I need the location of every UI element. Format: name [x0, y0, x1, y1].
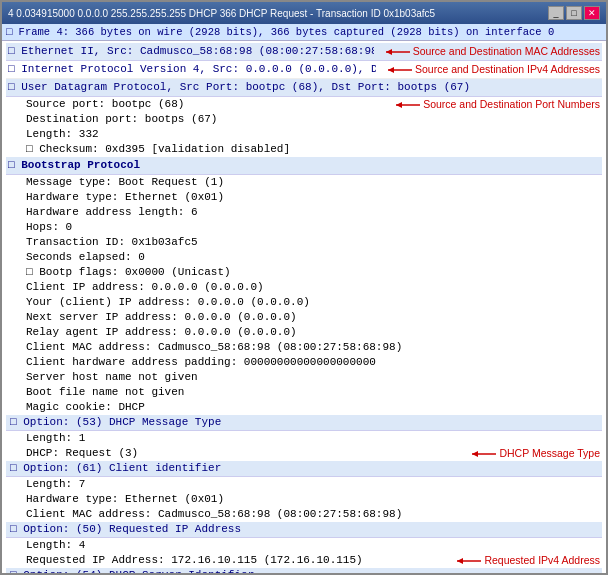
svg-marker-7	[472, 451, 478, 457]
opt50-header[interactable]: □ Option: (50) Requested IP Address	[6, 522, 602, 538]
boot-file: Boot file name not given	[6, 385, 602, 400]
udp-dst-port: Destination port: bootps (67)	[6, 112, 602, 127]
window-title: 4 0.034915000 0.0.0.0 255.255.255.255 DH…	[8, 8, 435, 19]
opt61-hwtype: Hardware type: Ethernet (0x01)	[6, 492, 602, 507]
ip-section-header[interactable]: □ Internet Protocol Version 4, Src: 0.0.…	[6, 61, 602, 79]
bootp-flags: □ Bootp flags: 0x0000 (Unicast)	[6, 265, 602, 280]
udp-length: Length: 332	[6, 127, 602, 142]
bootp-section-header[interactable]: □ Bootstrap Protocol	[6, 157, 602, 175]
ipv4-annotation: Source and Destination IPv4 Addresses	[384, 62, 600, 77]
bootp-label: □ Bootstrap Protocol	[8, 159, 140, 171]
frame-info-bar: □ Frame 4: 366 bytes on wire (2928 bits)…	[2, 24, 606, 41]
your-ip: Your (client) IP address: 0.0.0.0 (0.0.0…	[6, 295, 602, 310]
udp-section-header[interactable]: □ User Datagram Protocol, Src Port: boot…	[6, 79, 602, 97]
udp-src-port: Source port: bootpc (68) Source and Dest…	[6, 97, 602, 112]
ip-label: □ Internet Protocol Version 4, Src: 0.0.…	[8, 62, 376, 77]
opt61-header[interactable]: □ Option: (61) Client identifier	[6, 461, 602, 477]
hw-addr-len: Hardware address length: 6	[6, 205, 602, 220]
udp-checksum: □ Checksum: 0xd395 [validation disabled]	[6, 142, 602, 157]
svg-marker-1	[386, 49, 392, 55]
content-area: □ Frame 4: 366 bytes on wire (2928 bits)…	[2, 24, 606, 573]
requested-ip-annotation: Requested IPv4 Address	[453, 553, 600, 568]
close-button[interactable]: ✕	[584, 6, 600, 20]
msg-type: Message type: Boot Request (1)	[6, 175, 602, 190]
packet-tree[interactable]: □ Ethernet II, Src: Cadmusco_58:68:98 (0…	[2, 41, 606, 573]
opt61-mac: Client MAC address: Cadmusco_58:68:98 (0…	[6, 507, 602, 522]
opt61-length: Length: 7	[6, 477, 602, 492]
window-controls: _ □ ✕	[548, 6, 600, 20]
magic-cookie: Magic cookie: DHCP	[6, 400, 602, 415]
main-window: 4 0.034915000 0.0.0.0 255.255.255.255 DH…	[0, 0, 608, 575]
opt53-label: □ Option: (53) DHCP Message Type	[10, 416, 221, 428]
relay-agent-ip: Relay agent IP address: 0.0.0.0 (0.0.0.0…	[6, 325, 602, 340]
next-server-ip: Next server IP address: 0.0.0.0 (0.0.0.0…	[6, 310, 602, 325]
opt53-value-row: DHCP: Request (3) DHCP Message Type	[6, 446, 602, 461]
hops: Hops: 0	[6, 220, 602, 235]
maximize-button[interactable]: □	[566, 6, 582, 20]
opt54-label: □ Option: (54) DHCP Server Identifier	[10, 569, 254, 573]
title-bar: 4 0.034915000 0.0.0.0 255.255.255.255 DH…	[2, 2, 606, 24]
opt50-label: □ Option: (50) Requested IP Address	[10, 523, 241, 535]
server-hostname: Server host name not given	[6, 370, 602, 385]
opt54-header[interactable]: □ Option: (54) DHCP Server Identifier	[6, 568, 602, 573]
mac-annotation: Source and Destination MAC Addresses	[382, 44, 600, 59]
client-mac: Client MAC address: Cadmusco_58:68:98 (0…	[6, 340, 602, 355]
client-ip: Client IP address: 0.0.0.0 (0.0.0.0)	[6, 280, 602, 295]
seconds: Seconds elapsed: 0	[6, 250, 602, 265]
minimize-button[interactable]: _	[548, 6, 564, 20]
opt50-length: Length: 4	[6, 538, 602, 553]
frame-info-text: □ Frame 4: 366 bytes on wire (2928 bits)…	[6, 26, 554, 38]
udp-label: □ User Datagram Protocol, Src Port: boot…	[8, 80, 600, 95]
ethernet-section-header[interactable]: □ Ethernet II, Src: Cadmusco_58:68:98 (0…	[6, 43, 602, 61]
ports-annotation: Source and Destination Port Numbers	[392, 97, 600, 112]
hw-type: Hardware type: Ethernet (0x01)	[6, 190, 602, 205]
opt61-label: □ Option: (61) Client identifier	[10, 462, 221, 474]
opt53-header[interactable]: □ Option: (53) DHCP Message Type	[6, 415, 602, 431]
packet-content: □ Ethernet II, Src: Cadmusco_58:68:98 (0…	[2, 41, 606, 573]
opt50-value-row: Requested IP Address: 172.16.10.115 (172…	[6, 553, 602, 568]
svg-marker-5	[396, 102, 402, 108]
transaction-id: Transaction ID: 0x1b03afc5	[6, 235, 602, 250]
client-hw-padding: Client hardware address padding: 0000000…	[6, 355, 602, 370]
ethernet-label: □ Ethernet II, Src: Cadmusco_58:68:98 (0…	[8, 44, 374, 59]
opt53-length: Length: 1	[6, 431, 602, 446]
svg-marker-9	[457, 558, 463, 564]
svg-marker-3	[388, 67, 394, 73]
dhcp-type-annotation: DHCP Message Type	[468, 446, 600, 461]
